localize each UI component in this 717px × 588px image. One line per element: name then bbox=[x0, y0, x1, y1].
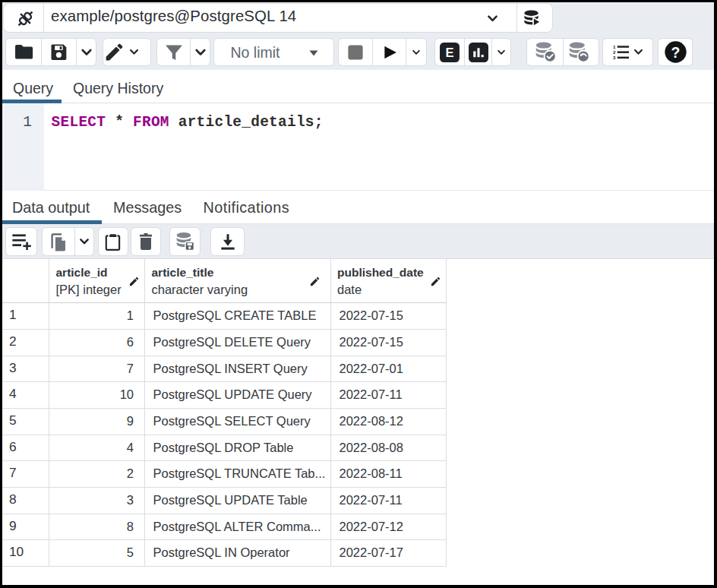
svg-text:E: E bbox=[446, 46, 454, 60]
svg-text:3: 3 bbox=[613, 55, 616, 60]
svg-text:2: 2 bbox=[613, 49, 616, 55]
svg-text:?: ? bbox=[671, 44, 680, 61]
svg-text:1: 1 bbox=[613, 44, 616, 49]
